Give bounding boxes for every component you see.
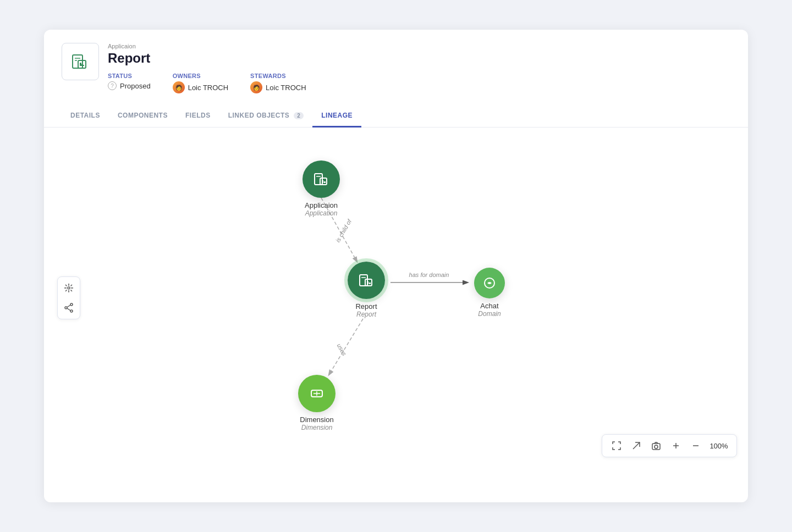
achat-icon [482, 276, 497, 290]
svg-line-38 [633, 442, 640, 449]
asset-icon [69, 51, 91, 73]
status-value: Proposed [120, 82, 151, 90]
asset-icon-box [62, 43, 99, 80]
svg-line-30 [71, 290, 73, 292]
asset-type: Applicaion [108, 43, 730, 49]
status-value-row: ? Proposed [108, 81, 151, 90]
node-circle-dimension[interactable] [298, 375, 336, 412]
svg-rect-19 [369, 282, 371, 284]
application-icon [312, 170, 330, 188]
asset-title: Report [108, 51, 730, 66]
toolbar-left [57, 276, 80, 319]
node-circle-report[interactable] [348, 262, 385, 299]
stewards-value-row: 🧑 Loic TROCH [250, 81, 306, 93]
status-meta: Status ? Proposed [108, 73, 151, 90]
header-info: Applicaion Report Status ? Proposed Owne… [108, 43, 730, 93]
zoom-in-btn[interactable] [668, 438, 684, 453]
stewards-meta: Stewards 🧑 Loic TROCH [250, 73, 306, 93]
node-application[interactable]: Applicaion Application [302, 160, 340, 217]
stewards-value: Loic TROCH [266, 84, 306, 92]
owners-value-row: 🧑 Loic TROCH [173, 81, 228, 93]
tab-details[interactable]: DETAILS [62, 105, 109, 128]
svg-point-40 [654, 445, 658, 448]
node-label-achat: Achat Domain [478, 302, 501, 318]
owners-value: Loic TROCH [188, 84, 228, 92]
toolbar-bottom: 100% [602, 434, 737, 457]
node-label-application: Applicaion Application [305, 201, 338, 217]
svg-point-35 [70, 310, 73, 312]
main-card: Applicaion Report Status ? Proposed Owne… [44, 30, 748, 502]
svg-line-37 [67, 308, 70, 311]
owners-label: Owners [173, 73, 228, 79]
tab-linked-objects[interactable]: LINKED OBJECTS 2 [219, 105, 313, 128]
svg-rect-13 [322, 180, 323, 183]
node-achat[interactable]: Achat Domain [474, 268, 505, 318]
tool-expand-btn[interactable] [60, 279, 78, 297]
svg-line-32 [65, 290, 67, 292]
svg-rect-10 [315, 174, 322, 185]
edge-label-has-for-domain: has for domain [409, 271, 449, 278]
linked-objects-badge: 2 [294, 112, 304, 119]
edge-label-uses: uses [336, 342, 348, 357]
tab-fields[interactable]: FIELDS [177, 105, 219, 128]
dimension-icon [309, 385, 325, 402]
tabs-bar: DETAILS COMPONENTS FIELDS LINKED OBJECTS… [44, 104, 748, 128]
meta-row: Status ? Proposed Owners 🧑 Loic TROCH [108, 73, 730, 93]
status-icon: ? [108, 81, 117, 90]
header: Applicaion Report Status ? Proposed Owne… [44, 30, 748, 93]
svg-rect-15 [360, 275, 367, 286]
zoom-out-btn[interactable] [688, 438, 703, 453]
svg-point-33 [70, 303, 73, 306]
tool-share-btn[interactable] [60, 299, 78, 317]
svg-point-24 [68, 287, 70, 289]
lineage-canvas: is child of has for domain uses [44, 128, 748, 468]
node-report[interactable]: Report Report [348, 262, 385, 318]
screenshot-btn[interactable] [648, 438, 664, 453]
tab-lineage[interactable]: LINEAGE [312, 105, 361, 128]
svg-line-9 [329, 319, 363, 375]
steward-avatar: 🧑 [250, 81, 262, 93]
node-circle-application[interactable] [302, 160, 340, 198]
owner-avatar: 🧑 [173, 81, 185, 93]
edge-label-is-child-of: is child of [334, 218, 353, 243]
svg-line-29 [65, 285, 67, 286]
report-icon [358, 271, 375, 289]
node-label-dimension: Dimension Dimension [300, 415, 333, 431]
zoom-level: 100% [708, 442, 730, 450]
graph-edges-svg: is child of has for domain uses [44, 128, 748, 468]
status-label: Status [108, 73, 151, 79]
stewards-label: Stewards [250, 73, 306, 79]
svg-line-31 [71, 285, 73, 286]
svg-rect-18 [367, 281, 369, 284]
svg-point-34 [65, 307, 67, 309]
node-dimension[interactable]: Dimension Dimension [298, 375, 336, 431]
svg-line-36 [67, 305, 70, 307]
owners-meta: Owners 🧑 Loic TROCH [173, 73, 228, 93]
node-label-report: Report Report [355, 302, 377, 318]
svg-rect-6 [81, 64, 83, 66]
fit-to-screen-btn[interactable] [609, 438, 624, 453]
node-circle-achat[interactable] [474, 268, 505, 298]
arrow-tool-btn[interactable] [629, 438, 644, 453]
svg-rect-14 [324, 181, 326, 183]
tab-components[interactable]: COMPONENTS [109, 105, 177, 128]
